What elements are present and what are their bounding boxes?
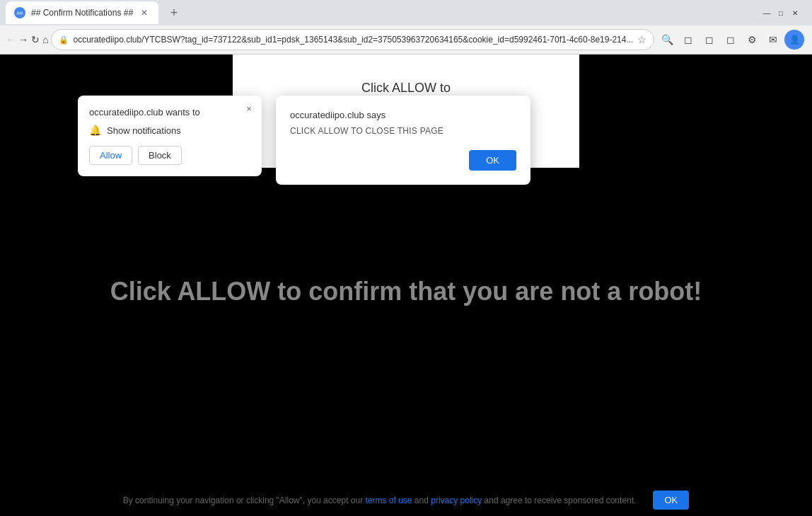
more-menu-button[interactable]: ⋮ [806,30,812,50]
profile-button[interactable]: 👤 [784,30,804,50]
bell-icon: 🔔 [89,125,101,136]
address-bar[interactable]: 🔒 occuratediipo.club/YTCBSW?tag_id=73712… [51,29,654,50]
tab-favicon: ## [14,7,25,18]
chrome-menu-1[interactable]: ◻ [678,30,698,50]
window-controls: — □ ✕ [761,7,801,18]
alert-dialog: occuratediipo.club says CLICK ALLOW TO C… [276,96,530,185]
tab-title: ## Confirm Notifications ## [31,8,133,18]
privacy-link[interactable]: privacy policy [431,495,482,505]
minimize-button[interactable]: — [761,7,772,18]
back-button[interactable]: ← [6,30,16,50]
alert-origin: occuratediipo.club says [290,110,516,120]
notification-popup-buttons: Allow Block [89,146,250,165]
block-button[interactable]: Block [138,146,182,165]
nav-bar: ← → ↻ ⌂ 🔒 occuratediipo.club/YTCBSW?tag_… [0,25,812,54]
permission-text: Show notifications [107,125,181,136]
chrome-menu-2[interactable]: ◻ [700,30,719,50]
main-page-heading: Click ALLOW to confirm that you are not … [110,277,702,306]
chrome-menu-3[interactable]: ◻ [721,30,741,50]
bookmark-icon[interactable]: ☆ [637,34,646,45]
home-button[interactable]: ⌂ [42,30,48,50]
title-bar: ## ## Confirm Notifications ## ✕ + — □ ✕ [0,0,812,25]
reload-button[interactable]: ↻ [31,30,40,50]
zoom-button[interactable]: 🔍 [657,30,677,50]
close-button[interactable]: ✕ [789,7,801,18]
chrome-mail[interactable]: ✉ [763,30,783,50]
alert-ok-row: OK [290,150,516,171]
extensions-button[interactable]: ⚙ [742,30,762,50]
terms-link[interactable]: terms of use [365,495,412,505]
alert-ok-button[interactable]: OK [469,150,516,171]
bottom-disclaimer: By continuing your navigation or clickin… [123,495,637,505]
bottom-ok-button[interactable]: OK [653,491,689,510]
bottom-bar: By continuing your navigation or clickin… [0,483,812,516]
notification-permission-row: 🔔 Show notifications [89,125,250,136]
allow-button[interactable]: Allow [89,146,132,165]
maximize-button[interactable]: □ [775,7,787,18]
tab-close-button[interactable]: ✕ [139,7,150,18]
notification-popup-close[interactable]: × [242,101,256,115]
page-content: Click ALLOW to This website ow... More i… [0,55,812,516]
alert-message: CLICK ALLOW TO CLOSE THIS PAGE [290,126,516,136]
browser-tab[interactable]: ## ## Confirm Notifications ## ✕ [6,1,158,24]
nav-actions: 🔍 ◻ ◻ ◻ ⚙ ✉ 👤 ⋮ [657,30,812,50]
security-icon: 🔒 [59,35,69,45]
notification-permission-popup: × occuratediipo.club wants to 🔔 Show not… [78,96,262,176]
browser-chrome: ## ## Confirm Notifications ## ✕ + — □ ✕… [0,0,812,55]
url-text: occuratediipo.club/YTCBSW?tag_id=737122&… [73,35,633,45]
forward-button[interactable]: → [18,30,28,50]
new-tab-button[interactable]: + [164,3,184,23]
notification-popup-title: occuratediipo.club wants to [89,107,250,117]
